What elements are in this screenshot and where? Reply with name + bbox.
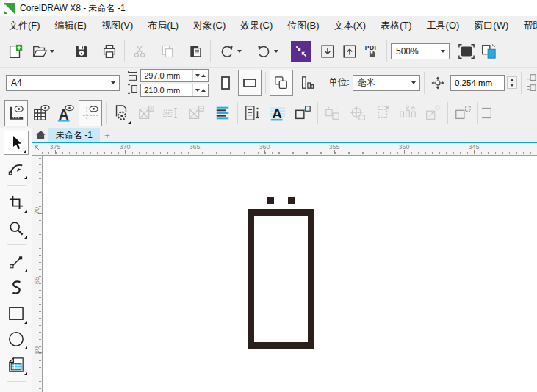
show-guidelines-toggle-on[interactable] <box>79 100 102 126</box>
artistic-media-tool-icon <box>9 280 24 296</box>
show-grid-toggle[interactable] <box>30 101 52 126</box>
shape-tool[interactable] <box>4 156 29 181</box>
text-frame-button-disabled: ab <box>160 101 182 126</box>
snap-options-group <box>525 73 537 92</box>
nudge-offset-button <box>428 70 447 95</box>
new-tab-button[interactable]: + <box>100 128 115 142</box>
undo-button[interactable] <box>215 39 245 64</box>
all-pages-same-size-button[interactable] <box>270 70 293 96</box>
new-document-button[interactable] <box>4 39 26 64</box>
menu-object[interactable]: 对象(C) <box>186 17 233 35</box>
paste-button[interactable] <box>184 39 206 64</box>
redo-button[interactable] <box>251 39 282 64</box>
import-button[interactable] <box>317 39 339 64</box>
zoom-level-value: 500% <box>392 46 436 57</box>
menu-text[interactable]: 文本(X) <box>327 17 373 35</box>
column-text-button[interactable] <box>242 101 264 126</box>
zoom-dropdown-button[interactable] <box>436 44 449 59</box>
home-tab-button[interactable] <box>32 128 48 142</box>
menu-effects[interactable]: 效果(C) <box>233 17 280 35</box>
zoom-tool[interactable] <box>4 216 29 240</box>
undo-dropdown-caret-icon[interactable] <box>237 50 242 53</box>
open-folder-icon <box>32 43 48 59</box>
baseline-grid-lines-button[interactable] <box>212 101 234 126</box>
ruler-number: 65 <box>33 273 40 288</box>
ellipse-tool[interactable] <box>4 327 29 351</box>
menu-table[interactable]: 表格(T) <box>373 17 419 35</box>
save-button[interactable] <box>71 39 93 64</box>
page-preset-dropdown-button[interactable] <box>107 76 119 90</box>
bounding-box-button[interactable] <box>292 101 314 126</box>
zoom-level-combobox[interactable]: 500% <box>391 43 450 59</box>
menu-help[interactable]: 帮助(H) <box>516 17 537 35</box>
publish-to-pdf-button[interactable]: PDF <box>361 39 383 64</box>
open-dropdown-caret-icon[interactable] <box>50 50 54 53</box>
redo-dropdown-caret-icon[interactable] <box>274 50 278 53</box>
page-width-value[interactable]: 297.0 mm <box>141 71 192 80</box>
width-decrease-icon[interactable] <box>195 74 200 77</box>
menu-view[interactable]: 视图(V) <box>94 17 140 35</box>
add-frame-button-disabled <box>135 101 157 126</box>
vertical-ruler[interactable]: 70 65 60 <box>32 156 42 392</box>
window-title: CorelDRAW X8 - 未命名 -1 <box>20 2 126 15</box>
separator <box>521 72 522 94</box>
ruler-origin-icon[interactable] <box>33 144 42 153</box>
print-button[interactable] <box>98 39 120 64</box>
height-increase-icon[interactable] <box>201 89 206 92</box>
menu-layout[interactable]: 布局(L) <box>140 17 186 35</box>
pick-tool-selected[interactable] <box>4 131 29 155</box>
snap-option-icon[interactable] <box>525 73 537 82</box>
width-increase-icon[interactable] <box>201 74 206 77</box>
nudge-distance-field[interactable]: 0.254 mm <box>450 75 505 91</box>
freehand-tool[interactable] <box>4 250 29 274</box>
snap-option-icon[interactable] <box>525 84 537 92</box>
ruler-number: 355 <box>328 143 339 150</box>
units-combobox[interactable]: 毫米 <box>353 75 420 91</box>
show-rulers-toggle-on[interactable] <box>4 100 28 126</box>
menu-edit[interactable]: 编辑(E) <box>48 17 94 35</box>
duplicate-distance-button[interactable] <box>452 101 474 126</box>
nudge-distance-spinner[interactable] <box>507 76 517 89</box>
drawn-rectangle-outline[interactable] <box>248 209 314 349</box>
show-page-border-button[interactable] <box>477 39 500 64</box>
artistic-media-tool[interactable] <box>4 275 29 300</box>
zoom-to-fit-button[interactable] <box>290 39 312 64</box>
landscape-button-active[interactable] <box>238 70 262 96</box>
freehand-tool-icon <box>9 255 24 269</box>
page-height-field[interactable]: 210.0 mm <box>140 84 209 97</box>
drawing-page[interactable] <box>42 156 537 392</box>
separator <box>210 40 211 62</box>
drawn-small-square-right[interactable] <box>288 197 295 204</box>
export-button[interactable] <box>339 39 361 64</box>
page-settings-button[interactable] <box>110 101 132 126</box>
document-area: 未命名 -1 + 375 370 365 360 355 350 345 70 <box>32 128 537 392</box>
spacing-button-disabled <box>397 101 419 126</box>
portrait-button[interactable] <box>216 70 235 95</box>
horizontal-ruler[interactable]: 375 370 365 360 355 350 345 <box>32 143 537 156</box>
table-tool[interactable] <box>4 352 29 377</box>
column-text-icon <box>244 104 262 122</box>
menu-tools[interactable]: 工具(O) <box>419 17 467 35</box>
rectangle-tool[interactable] <box>4 301 29 325</box>
crop-tool[interactable] <box>4 190 29 214</box>
full-screen-preview-button[interactable] <box>455 39 477 64</box>
drawn-small-square-left[interactable] <box>267 197 274 204</box>
menu-file[interactable]: 文件(F) <box>1 17 48 35</box>
units-dropdown-button[interactable] <box>407 76 419 90</box>
height-decrease-icon[interactable] <box>195 89 200 92</box>
show-baseline-grid-toggle[interactable]: A <box>54 101 76 126</box>
cut-button-disabled <box>129 39 151 64</box>
clipped-toolbar-button[interactable] <box>482 101 491 126</box>
menu-window[interactable]: 窗口(W) <box>466 17 516 35</box>
page-preset-combobox[interactable]: A4 <box>6 75 120 91</box>
nudge-increase-icon[interactable] <box>510 79 514 81</box>
menu-bitmaps[interactable]: 位图(B) <box>280 17 326 35</box>
page-width-field[interactable]: 297.0 mm <box>140 69 209 82</box>
nudge-decrease-icon[interactable] <box>510 84 514 87</box>
page-height-value[interactable]: 210.0 mm <box>141 86 192 95</box>
zoom-tool-icon <box>9 221 24 236</box>
open-button[interactable] <box>26 39 59 64</box>
align-to-baseline-button[interactable]: A <box>267 101 289 126</box>
document-tab-active[interactable]: 未命名 -1 <box>48 128 100 142</box>
page-size-per-page-button[interactable] <box>296 70 318 95</box>
